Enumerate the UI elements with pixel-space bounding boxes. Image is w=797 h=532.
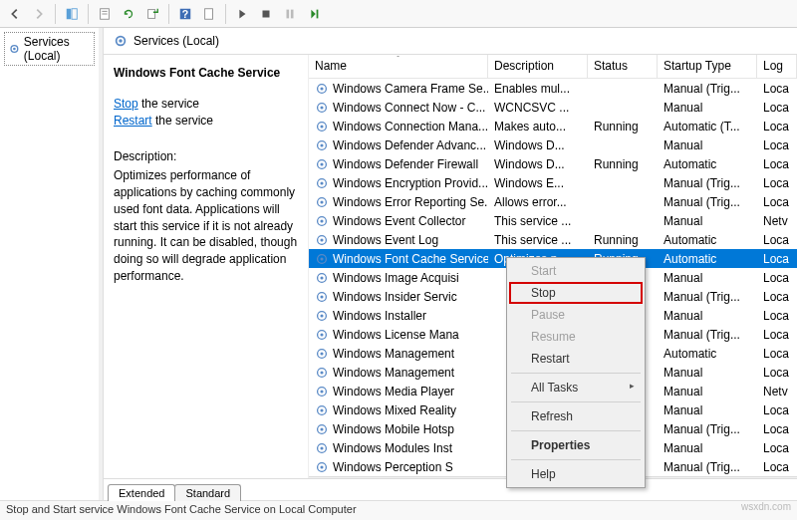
- col-startup[interactable]: Startup Type: [658, 55, 757, 78]
- service-row[interactable]: Windows Encryption Provid...Windows E...…: [309, 173, 797, 192]
- svg-text:?: ?: [182, 7, 188, 19]
- cell-logon: Loca: [757, 440, 797, 456]
- context-item-resume: Resume: [509, 326, 643, 348]
- cell-startup: Automatic: [658, 346, 757, 362]
- stop-link[interactable]: Stop: [114, 97, 138, 111]
- list-header: ˆName Description Status Startup Type Lo…: [309, 55, 797, 79]
- detail-column: Windows Font Cache Service Stop the serv…: [104, 55, 308, 478]
- service-row[interactable]: Windows Event LogThis service ...Running…: [309, 230, 797, 249]
- svg-rect-12: [317, 9, 319, 18]
- cell-startup: Manual: [658, 270, 757, 286]
- svg-point-48: [320, 371, 323, 374]
- cell-name: Windows Mixed Reality: [309, 402, 488, 418]
- svg-rect-10: [287, 9, 290, 18]
- svg-point-28: [320, 181, 323, 184]
- cell-name: Windows Defender Advanc...: [309, 137, 488, 153]
- pause-button[interactable]: [279, 3, 301, 25]
- help-button[interactable]: ?: [174, 3, 196, 25]
- service-row[interactable]: Windows Connect Now - C...WCNCSVC ...Man…: [309, 98, 797, 117]
- start-button[interactable]: [231, 3, 253, 25]
- context-item-refresh[interactable]: Refresh: [509, 405, 643, 427]
- cell-name: Windows Defender Firewall: [309, 156, 488, 172]
- context-separator: [511, 459, 641, 460]
- restart-line: Restart the service: [114, 113, 300, 130]
- cell-description: This service ...: [488, 213, 588, 229]
- cell-status: [588, 182, 658, 184]
- status-bar: Stop and Start service Windows Font Cach…: [0, 500, 797, 520]
- cell-name: Windows Perception S: [309, 459, 488, 475]
- refresh-button[interactable]: [118, 3, 139, 25]
- toolbar-separator: [88, 4, 89, 24]
- context-item-all-tasks[interactable]: All Tasks: [509, 377, 643, 399]
- watermark: wsxdn.com: [741, 501, 791, 512]
- right-header: Services (Local): [104, 28, 797, 55]
- gear-icon: [114, 34, 128, 48]
- selected-service-name: Windows Font Cache Service: [114, 65, 300, 82]
- cell-status: Running: [588, 156, 658, 172]
- svg-rect-0: [67, 8, 71, 19]
- cell-logon: Loca: [757, 137, 797, 153]
- context-item-help[interactable]: Help: [509, 463, 643, 485]
- svg-point-38: [320, 276, 323, 279]
- service-row[interactable]: Windows Camera Frame Se...Enables mul...…: [309, 79, 797, 98]
- col-status[interactable]: Status: [588, 55, 658, 78]
- cell-startup: Manual: [658, 213, 757, 229]
- cell-logon: Loca: [757, 402, 797, 418]
- cell-name: Windows Modules Inst: [309, 440, 488, 456]
- service-row[interactable]: Windows Defender Advanc...Windows D...Ma…: [309, 135, 797, 154]
- cell-description: Windows D...: [488, 137, 588, 153]
- stop-button[interactable]: [255, 3, 277, 25]
- cell-logon: Netv: [757, 213, 797, 229]
- properties-button[interactable]: [94, 3, 116, 25]
- back-button[interactable]: [4, 3, 26, 25]
- svg-point-58: [320, 465, 323, 468]
- cell-startup: Automatic: [658, 251, 757, 267]
- tab-standard[interactable]: Standard: [174, 484, 241, 501]
- col-name[interactable]: ˆName: [309, 55, 488, 78]
- cell-logon: Loca: [757, 156, 797, 172]
- svg-point-44: [320, 333, 323, 336]
- export-button[interactable]: [141, 3, 163, 25]
- cell-status: [588, 201, 658, 203]
- svg-point-22: [320, 125, 323, 128]
- restart-button[interactable]: [303, 3, 325, 25]
- service-row[interactable]: Windows Connection Mana...Makes auto...R…: [309, 117, 797, 135]
- context-item-restart[interactable]: Restart: [509, 348, 643, 370]
- showhide-button[interactable]: [61, 3, 83, 25]
- context-item-properties[interactable]: Properties: [509, 434, 643, 456]
- help2-button[interactable]: [198, 3, 220, 25]
- service-row[interactable]: Windows Defender FirewallWindows D...Run…: [309, 154, 797, 173]
- restart-link[interactable]: Restart: [114, 114, 152, 128]
- cell-status: [588, 107, 658, 109]
- right-pane: Services (Local) Windows Font Cache Serv…: [103, 28, 797, 500]
- gear-icon: [9, 42, 20, 56]
- stop-suffix: the service: [138, 97, 199, 111]
- service-row[interactable]: Windows Error Reporting Se...Allows erro…: [309, 192, 797, 211]
- col-description[interactable]: Description: [488, 55, 588, 78]
- cell-name: Windows Camera Frame Se...: [309, 81, 488, 97]
- cell-status: Running: [588, 119, 658, 134]
- cell-description: WCNCSVC ...: [488, 100, 588, 116]
- restart-suffix: the service: [152, 114, 213, 128]
- tree-node-services-local[interactable]: Services (Local): [4, 32, 95, 66]
- cell-status: [588, 144, 658, 146]
- col-name-label: Name: [315, 59, 347, 73]
- cell-startup: Manual (Trig...: [658, 194, 757, 210]
- cell-startup: Manual: [658, 402, 757, 418]
- context-item-stop[interactable]: Stop: [509, 282, 643, 304]
- cell-description: This service ...: [488, 232, 588, 248]
- svg-rect-11: [291, 9, 294, 18]
- forward-button[interactable]: [28, 3, 50, 25]
- cell-startup: Manual (Trig...: [658, 289, 757, 305]
- col-status-label: Status: [594, 59, 628, 73]
- cell-status: Running: [588, 232, 658, 248]
- col-logon[interactable]: Log: [757, 55, 797, 78]
- cell-logon: Loca: [757, 308, 797, 324]
- service-row[interactable]: Windows Event CollectorThis service ...M…: [309, 211, 797, 230]
- cell-startup: Manual (Trig...: [658, 421, 757, 437]
- svg-point-20: [320, 106, 323, 109]
- svg-point-40: [320, 295, 323, 298]
- cell-logon: Loca: [757, 459, 797, 475]
- tab-extended[interactable]: Extended: [108, 484, 175, 501]
- svg-rect-8: [205, 8, 213, 19]
